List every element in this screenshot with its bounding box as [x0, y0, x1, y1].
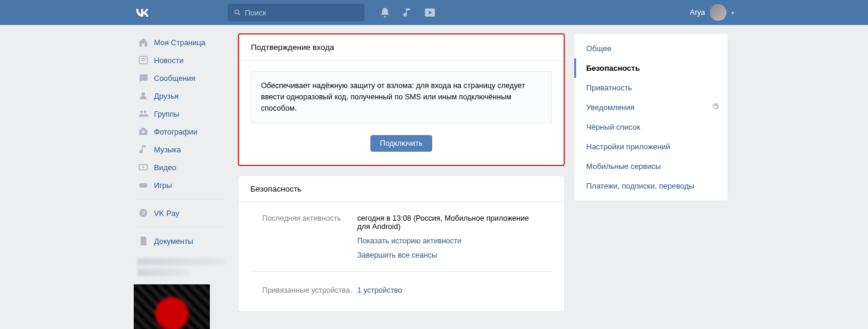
sidebar-item-label: Игры [154, 181, 172, 190]
login-confirmation-card: Подтверждение входа Обеспечивает надёжну… [238, 33, 565, 166]
message-icon [137, 72, 149, 84]
sidebar-item-label: Друзья [154, 92, 179, 101]
card-title: Безопасность [238, 176, 564, 202]
settings-tab-notifications[interactable]: Уведомления [574, 98, 728, 117]
vk-logo[interactable] [134, 4, 150, 21]
tab-label: Приватность [586, 83, 632, 92]
tab-label: Уведомления [586, 103, 634, 112]
redacted-area [134, 258, 229, 276]
ruble-icon: ₽ [137, 207, 149, 219]
devices-label: Привязанные устройства [262, 286, 357, 294]
svg-point-8 [144, 111, 147, 114]
end-sessions-link[interactable]: Завершить все сеансы [357, 251, 540, 259]
camera-icon [137, 126, 149, 137]
svg-point-7 [140, 111, 143, 114]
search-input[interactable] [245, 8, 358, 17]
username: Arya [690, 8, 705, 17]
profile-menu[interactable]: Arya ▾ [690, 4, 734, 21]
sidebar-item-mypage[interactable]: Моя Страница [134, 33, 229, 51]
settings-tab-privacy[interactable]: Приватность [574, 78, 728, 98]
svg-rect-11 [141, 128, 145, 130]
last-activity-label: Последняя активность [262, 214, 357, 259]
svg-point-10 [142, 131, 145, 134]
video-icon [137, 161, 149, 173]
sidebar-item-photos[interactable]: Фотографии [134, 123, 229, 140]
main-content: Подтверждение входа Обеспечивает надёжну… [238, 33, 565, 329]
card-title: Подтверждение входа [239, 35, 564, 61]
sidebar-item-groups[interactable]: Группы [134, 105, 229, 123]
settings-tab-general[interactable]: Общее [574, 39, 728, 58]
music-icon[interactable] [401, 7, 413, 18]
left-sidebar: Моя Страница Новости Сообщения Друзья Гр… [134, 33, 229, 329]
sidebar-item-docs[interactable]: Документы [134, 232, 229, 250]
svg-text:₽: ₽ [142, 211, 145, 216]
security-card: Безопасность Последняя активность сегодн… [238, 176, 565, 312]
sidebar-item-label: Видео [154, 163, 176, 172]
settings-tab-mobile[interactable]: Мобильные сервисы [574, 156, 728, 176]
settings-tab-payments[interactable]: Платежи, подписки, переводы [574, 176, 728, 196]
music-note-icon [137, 143, 149, 155]
chevron-down-icon: ▾ [731, 10, 734, 16]
tab-label: Мобильные сервисы [586, 162, 661, 171]
svg-point-0 [235, 10, 238, 14]
tab-label: Безопасность [586, 64, 640, 73]
search-icon [234, 8, 241, 17]
enable-button[interactable]: Подключить [370, 135, 432, 152]
sidebar-item-music[interactable]: Музыка [134, 140, 229, 158]
news-icon [137, 54, 149, 66]
settings-tab-security[interactable]: Безопасность [574, 58, 728, 78]
divider [137, 227, 225, 227]
topbar: Arya ▾ [0, 0, 868, 25]
settings-nav: Общее Безопасность Приватность Уведомлен… [574, 33, 728, 201]
bell-icon[interactable] [379, 7, 391, 18]
sidebar-item-label: VK Pay [154, 209, 180, 218]
sidebar-item-label: Фотографии [154, 127, 197, 136]
sidebar-item-video[interactable]: Видео [134, 158, 229, 176]
settings-tab-blacklist[interactable]: Чёрный список [574, 117, 728, 137]
tab-label: Платежи, подписки, переводы [586, 181, 694, 190]
svg-line-1 [238, 14, 240, 15]
groups-icon [137, 108, 149, 120]
sidebar-item-games[interactable]: Игры [134, 176, 229, 194]
settings-tab-appsettings[interactable]: Настройки приложений [574, 137, 728, 156]
tab-label: Чёрный список [586, 123, 640, 131]
divider [250, 271, 552, 272]
friends-icon [137, 90, 149, 102]
last-activity-value: сегодня в 13:08 (Россия, Мобильное прило… [357, 214, 529, 231]
sidebar-item-label: Новости [154, 56, 184, 65]
svg-rect-13 [139, 183, 147, 188]
gear-icon[interactable] [711, 102, 719, 112]
search-box[interactable] [228, 4, 364, 21]
play-icon[interactable] [424, 7, 436, 18]
gamepad-icon [137, 179, 149, 191]
sidebar-item-friends[interactable]: Друзья [134, 87, 229, 105]
divider [137, 199, 225, 199]
tab-label: Общее [586, 44, 612, 53]
svg-point-6 [141, 92, 145, 96]
sidebar-item-label: Моя Страница [154, 38, 205, 47]
sidebar-item-label: Сообщения [154, 74, 195, 83]
info-text: Обеспечивает надёжную защиту от взлома: … [251, 71, 552, 123]
document-icon [137, 235, 149, 247]
sidebar-item-news[interactable]: Новости [134, 51, 229, 69]
home-icon [137, 36, 149, 48]
sidebar-item-messages[interactable]: Сообщения [134, 69, 229, 87]
show-history-link[interactable]: Показать историю активности [357, 237, 540, 245]
devices-link[interactable]: 1 устройство [357, 286, 402, 294]
sidebar-item-label: Музыка [154, 145, 181, 154]
ad-thumbnail[interactable] [134, 284, 210, 329]
sidebar-item-label: Документы [154, 237, 193, 246]
avatar [710, 4, 727, 21]
sidebar-item-vkpay[interactable]: ₽VK Pay [134, 204, 229, 222]
sidebar-item-label: Группы [154, 109, 180, 118]
tab-label: Настройки приложений [586, 142, 670, 151]
